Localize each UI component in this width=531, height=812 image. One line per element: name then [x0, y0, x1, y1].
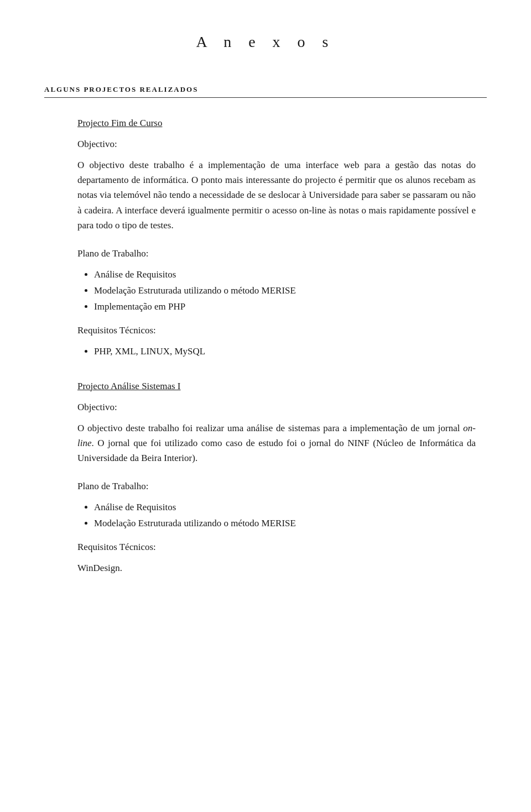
section-header-text: ALGUNS PROJECTOS REALIZADOS — [44, 85, 198, 93]
list-item: Modelação Estruturada utilizando o métod… — [94, 516, 476, 532]
italic-online: on-line — [77, 423, 476, 448]
list-item: Análise de Requisitos — [94, 267, 476, 283]
project-fim-curso: Projecto Fim de Curso Objectivo: O objec… — [77, 118, 476, 360]
objectivo-label-1: Objectivo: — [77, 139, 476, 150]
list-item: Análise de Requisitos — [94, 500, 476, 516]
list-item: PHP, XML, LINUX, MySQL — [94, 344, 476, 360]
project-title-fim-curso: Projecto Fim de Curso — [77, 118, 476, 129]
content-area: Projecto Fim de Curso Objectivo: O objec… — [44, 118, 487, 575]
plano-list-2: Análise de Requisitos Modelação Estrutur… — [94, 500, 476, 532]
project-analise-sistemas: Projecto Análise Sistemas I Objectivo: O… — [77, 381, 476, 576]
plano-label-2: Plano de Trabalho: — [77, 481, 476, 492]
requisitos-label-1: Requisitos Técnicos: — [77, 325, 476, 336]
requisitos-list-1: PHP, XML, LINUX, MySQL — [94, 344, 476, 360]
page: A n e x o s ALGUNS PROJECTOS REALIZADOS … — [0, 0, 531, 812]
objectivo-text-2: O objectivo deste trabalho foi realizar … — [77, 421, 476, 466]
requisitos-text-2: WinDesign. — [77, 560, 476, 575]
list-item: Modelação Estruturada utilizando o métod… — [94, 283, 476, 299]
page-title: A n e x o s — [44, 33, 487, 51]
list-item: Implementação em PHP — [94, 299, 476, 315]
plano-list-1: Análise de Requisitos Modelação Estrutur… — [94, 267, 476, 315]
requisitos-label-2: Requisitos Técnicos: — [77, 542, 476, 553]
objectivo-label-2: Objectivo: — [77, 402, 476, 413]
project-title-analise: Projecto Análise Sistemas I — [77, 381, 476, 392]
plano-label-1: Plano de Trabalho: — [77, 248, 476, 259]
objectivo-text-1: O objectivo deste trabalho é a implement… — [77, 158, 476, 233]
section-header: ALGUNS PROJECTOS REALIZADOS — [44, 84, 487, 98]
